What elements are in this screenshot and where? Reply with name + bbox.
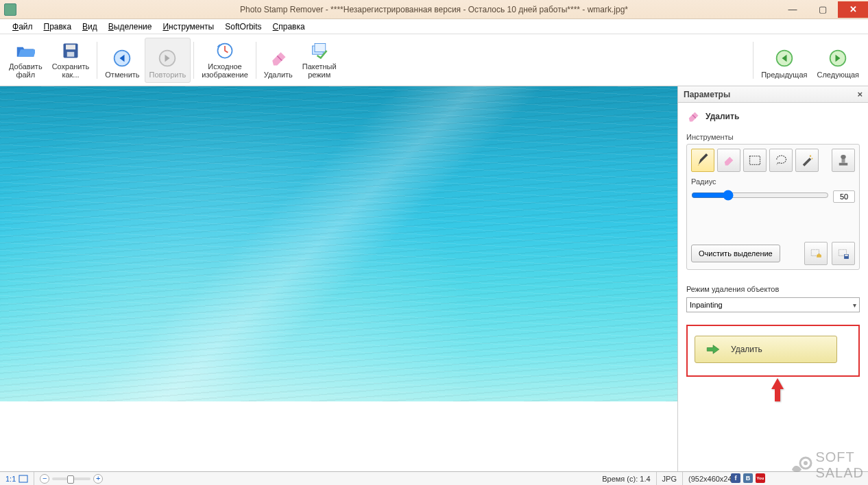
folder-open-icon xyxy=(16,41,35,62)
original-image-button[interactable]: Исходноеизображение xyxy=(197,38,253,83)
zoom-in-button[interactable]: + xyxy=(93,474,103,484)
remove-button[interactable]: Удалить xyxy=(259,38,298,83)
zoom-slider[interactable] xyxy=(52,477,91,480)
clock-restore-icon xyxy=(215,41,234,62)
pencil-icon xyxy=(696,153,710,167)
tool-lasso[interactable] xyxy=(769,149,793,172)
removal-mode-label: Режим удаления объектов xyxy=(686,285,860,293)
menu-selection[interactable]: Выделение xyxy=(103,21,158,33)
svg-rect-10 xyxy=(750,156,760,165)
window-title: Photo Stamp Remover - ****Незарегистриро… xyxy=(240,5,628,14)
loaded-image[interactable] xyxy=(0,86,677,401)
undo-icon xyxy=(112,47,132,69)
previous-button[interactable]: Предыдущая xyxy=(756,38,812,83)
panel-close-icon[interactable]: × xyxy=(857,89,863,99)
svg-rect-13 xyxy=(839,163,848,166)
social-icons: f B You xyxy=(731,473,765,483)
arrow-right-icon xyxy=(828,47,847,69)
facebook-icon[interactable]: f xyxy=(731,473,740,483)
eraser-icon xyxy=(269,47,288,69)
redo-icon xyxy=(158,47,177,69)
svg-point-15 xyxy=(841,155,846,159)
menu-softorbits[interactable]: SoftOrbits xyxy=(219,21,267,33)
batch-mode-button[interactable]: Пакетныйрежим xyxy=(298,38,341,83)
svg-point-11 xyxy=(810,156,812,158)
tool-magic-wand[interactable] xyxy=(795,149,819,172)
svg-rect-19 xyxy=(845,255,848,256)
svg-rect-7 xyxy=(315,44,326,52)
close-button[interactable]: ✕ xyxy=(838,1,868,18)
mask-save-icon xyxy=(837,247,849,260)
arrow-right-green-icon xyxy=(706,344,720,355)
titlebar: Photo Stamp Remover - ****Незарегистриро… xyxy=(0,0,868,19)
eraser-small-icon xyxy=(722,153,736,167)
menu-tools[interactable]: Инструменты xyxy=(157,21,219,33)
highlight-callout: Удалить xyxy=(686,325,860,377)
panel-header: Параметры × xyxy=(678,86,868,103)
minimize-button[interactable]: — xyxy=(777,1,808,18)
removal-mode-combo[interactable]: Inpainting xyxy=(686,297,860,312)
status-format: JPG xyxy=(657,472,683,485)
arrow-left-icon xyxy=(775,47,794,69)
zoom-out-button[interactable]: − xyxy=(40,474,49,484)
parameters-panel: Параметры × Удалить Инструменты xyxy=(677,86,868,471)
mask-load-button[interactable] xyxy=(804,242,828,265)
lasso-icon xyxy=(774,153,788,167)
svg-point-12 xyxy=(812,158,813,160)
window-controls: — ▢ ✕ xyxy=(777,1,868,18)
eraser-icon xyxy=(686,110,700,123)
panel-section-title: Удалить xyxy=(678,103,868,127)
radius-slider[interactable] xyxy=(691,190,829,203)
menu-file[interactable]: Файл xyxy=(7,21,38,33)
menu-view[interactable]: Вид xyxy=(77,21,103,33)
tool-eraser[interactable] xyxy=(717,149,740,172)
svg-rect-20 xyxy=(19,475,27,482)
next-button[interactable]: Следующая xyxy=(812,38,864,83)
youtube-icon[interactable]: You xyxy=(756,473,765,483)
menu-help[interactable]: Справка xyxy=(267,21,311,33)
tool-pencil[interactable] xyxy=(691,149,714,172)
radius-value[interactable]: 50 xyxy=(833,190,855,203)
zoom-control[interactable]: − + xyxy=(40,474,103,484)
save-icon xyxy=(61,41,80,62)
fit-screen-icon xyxy=(19,475,28,483)
magic-wand-icon xyxy=(800,153,814,167)
arrow-callout-icon xyxy=(770,378,785,401)
status-scale[interactable]: 1:1 xyxy=(0,472,34,485)
batch-icon xyxy=(310,41,329,62)
svg-rect-1 xyxy=(66,45,75,50)
toolbar: Добавитьфайл Сохранитькак... Отменить По… xyxy=(0,34,868,86)
status-time: Время (с): 1.4 xyxy=(596,472,656,485)
undo-button[interactable]: Отменить xyxy=(100,38,144,83)
stamp-icon xyxy=(836,153,850,167)
svg-rect-14 xyxy=(842,159,845,163)
save-as-button[interactable]: Сохранитькак... xyxy=(47,38,95,83)
mask-save-button[interactable] xyxy=(832,242,855,265)
radius-label: Радиус xyxy=(691,177,855,186)
clear-selection-button[interactable]: Очистить выделение xyxy=(691,245,780,262)
vk-icon[interactable]: B xyxy=(743,473,753,483)
rectangle-select-icon xyxy=(748,153,762,167)
tool-rect-select[interactable] xyxy=(743,149,767,172)
redo-button[interactable]: Повторить xyxy=(145,38,191,83)
canvas-area[interactable] xyxy=(0,86,677,471)
menu-edit[interactable]: Правка xyxy=(38,21,77,33)
remove-action-button[interactable]: Удалить xyxy=(695,336,837,363)
svg-rect-2 xyxy=(67,52,75,57)
menubar: Файл Правка Вид Выделение Инструменты So… xyxy=(0,19,868,34)
mask-open-icon xyxy=(810,247,822,260)
tools-group-label: Инструменты xyxy=(686,133,860,141)
maximize-button[interactable]: ▢ xyxy=(808,1,838,18)
add-file-button[interactable]: Добавитьфайл xyxy=(4,38,47,83)
app-icon xyxy=(4,3,16,16)
tool-stamp[interactable] xyxy=(832,149,855,172)
